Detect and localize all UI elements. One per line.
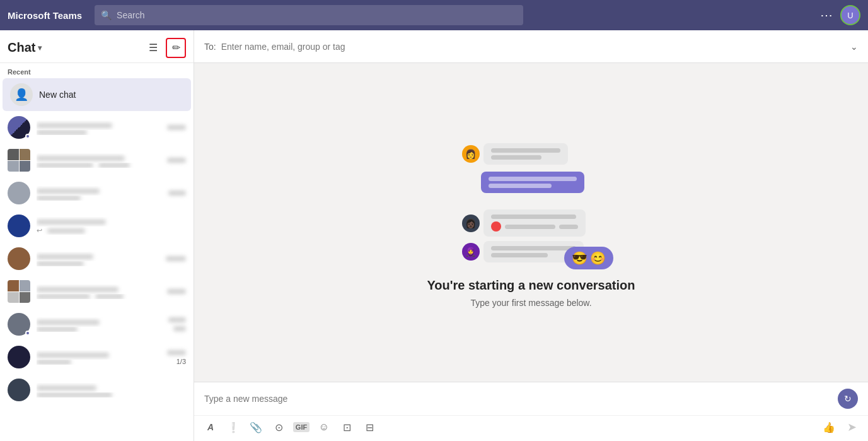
more-toolbar-button[interactable]: ⊟ xyxy=(361,418,378,436)
search-input[interactable] xyxy=(117,10,517,20)
urgent-icon: ❕ xyxy=(227,421,240,433)
chat-preview xyxy=(37,196,162,201)
illustration-msg-2 xyxy=(481,172,584,193)
list-item[interactable] xyxy=(0,144,194,177)
chat-name xyxy=(37,383,180,392)
list-item[interactable]: 1/3 xyxy=(0,341,194,373)
urgent-button[interactable]: ❕ xyxy=(224,418,242,436)
message-input[interactable] xyxy=(204,394,838,404)
chat-start-subtitle: Type your first message below. xyxy=(427,298,635,308)
chat-preview xyxy=(37,294,161,299)
format-icon: A xyxy=(207,422,214,432)
chat-preview xyxy=(37,327,162,332)
chat-avatar xyxy=(8,313,30,336)
chat-title-chevron[interactable]: ▾ xyxy=(38,44,42,52)
chat-meta: 1/3 xyxy=(167,349,186,365)
chat-meta xyxy=(168,189,186,197)
send-circle-icon: ↻ xyxy=(844,394,852,404)
send-button[interactable]: ➤ xyxy=(843,418,860,436)
list-item[interactable] xyxy=(0,242,194,275)
user-avatar[interactable]: U xyxy=(840,5,860,25)
chat-content xyxy=(37,153,161,168)
chat-list: ↩ xyxy=(0,111,194,441)
emoji-button[interactable]: ⊙ xyxy=(270,418,287,436)
schedule-button[interactable]: ⊡ xyxy=(338,418,356,436)
filter-button[interactable]: ☰ xyxy=(143,38,163,58)
sidebar-title: Chat ▾ xyxy=(8,40,42,55)
chat-name xyxy=(37,217,180,226)
illustration-avatar-4: 🧕 xyxy=(462,243,480,261)
search-icon: 🔍 xyxy=(101,10,112,20)
chat-preview: ↩ xyxy=(37,226,180,235)
attach-button[interactable]: 📎 xyxy=(247,418,265,436)
chat-content xyxy=(37,285,161,299)
list-item[interactable] xyxy=(0,275,194,308)
like-button[interactable]: 👍 xyxy=(820,418,838,436)
chat-avatar xyxy=(8,346,30,368)
chat-preview xyxy=(37,261,159,266)
chat-avatar xyxy=(8,215,30,237)
list-item[interactable]: ↩ xyxy=(0,209,194,242)
chat-avatar xyxy=(8,116,30,139)
chat-name xyxy=(37,252,159,261)
chat-content xyxy=(37,317,162,332)
illustration-avatar-3: 👩🏿 xyxy=(462,215,480,232)
list-item[interactable] xyxy=(0,177,194,209)
gif-icon: GIF xyxy=(293,422,310,432)
chat-content: ↩ xyxy=(37,217,180,235)
compose-button[interactable]: ✏ xyxy=(166,38,186,58)
chat-preview xyxy=(37,163,161,168)
chat-content xyxy=(37,383,180,397)
illustration-bubble-2 xyxy=(481,172,584,193)
app-title: Microsoft Teams xyxy=(8,10,82,21)
illustration-msg-3 xyxy=(483,209,586,237)
like-icon: 👍 xyxy=(823,421,835,433)
to-chevron-icon[interactable]: ⌄ xyxy=(850,42,858,52)
chat-avatar xyxy=(8,182,30,204)
attach-icon: 📎 xyxy=(250,421,262,433)
to-input[interactable] xyxy=(221,42,850,52)
main-layout: Chat ▾ ☰ ✏ Recent 👤 New chat xyxy=(0,30,868,441)
send-circle-button[interactable]: ↻ xyxy=(838,389,858,409)
illustration-bubble-3: 👩🏿 xyxy=(462,209,586,237)
send-icon: ➤ xyxy=(847,420,857,434)
emoji-cool: 😎 xyxy=(572,250,587,266)
gif-button[interactable]: GIF xyxy=(292,418,310,436)
chat-avatar xyxy=(8,379,30,401)
online-dot xyxy=(25,134,30,139)
search-bar[interactable]: 🔍 xyxy=(95,5,523,25)
chat-meta xyxy=(168,316,186,332)
sidebar-header: Chat ▾ ☰ ✏ xyxy=(0,30,194,63)
content-area: To: ⌄ 👩 xyxy=(194,30,868,441)
chat-avatar xyxy=(8,149,30,172)
illustration-avatar-1: 👩 xyxy=(462,145,480,163)
toolbar-right: 👍 ➤ xyxy=(820,418,860,436)
chat-illustration: 👩 👩🏿 xyxy=(449,137,613,263)
list-item[interactable] xyxy=(0,373,194,406)
chat-start-text: You're starting a new conversation Type … xyxy=(427,278,635,308)
new-chat-label: New chat xyxy=(39,90,76,100)
more-options-icon[interactable]: ⋯ xyxy=(820,8,833,23)
list-item[interactable] xyxy=(0,308,194,341)
chat-avatar xyxy=(8,280,30,303)
chat-title-text: Chat xyxy=(8,40,35,55)
to-bar: To: ⌄ xyxy=(194,30,868,63)
chat-meta xyxy=(167,156,186,164)
format-button[interactable]: A xyxy=(202,418,219,436)
new-chat-avatar: 👤 xyxy=(10,83,33,106)
new-chat-item[interactable]: 👤 New chat xyxy=(3,78,191,111)
to-label: To: xyxy=(204,42,216,52)
illustration-emoji-bubble: 😎 😊 xyxy=(564,247,613,269)
recent-label: Recent xyxy=(0,63,194,78)
sticker-button[interactable]: ☺ xyxy=(315,418,333,436)
sidebar: Chat ▾ ☰ ✏ Recent 👤 New chat xyxy=(0,30,194,441)
emoji-happy: 😊 xyxy=(590,250,606,266)
chat-preview xyxy=(37,130,161,135)
sidebar-icons: ☰ ✏ xyxy=(143,38,186,58)
new-chat-avatar-icon: 👤 xyxy=(14,88,28,102)
chat-main: 👩 👩🏿 xyxy=(194,63,868,382)
message-input-row: ↻ xyxy=(194,382,868,416)
illustration-bubble-1: 👩 xyxy=(462,143,568,165)
schedule-icon: ⊡ xyxy=(343,421,351,433)
list-item[interactable] xyxy=(0,111,194,144)
